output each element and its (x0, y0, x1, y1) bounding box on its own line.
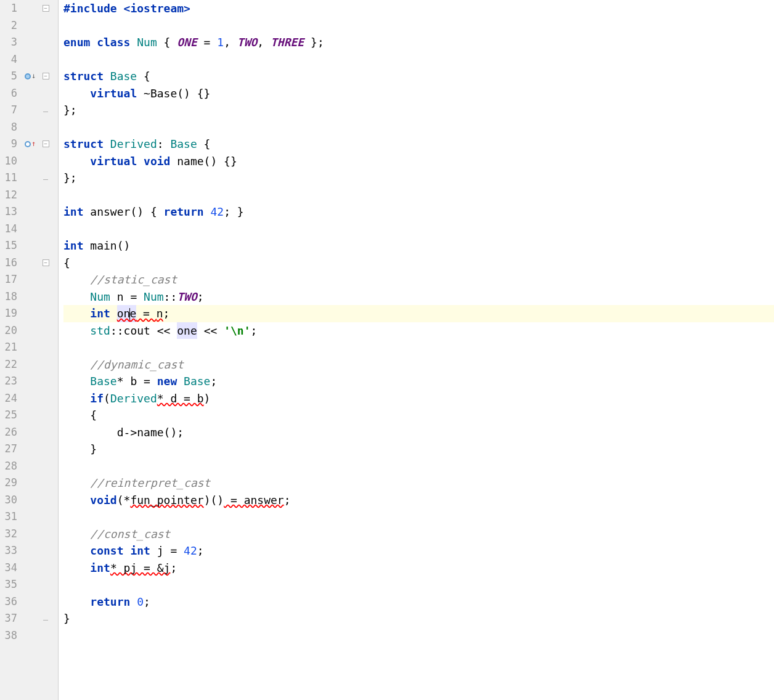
kw-void: void (144, 153, 177, 170)
gutter-line: 31 (0, 508, 58, 526)
overridden-icon[interactable]: ↑ (25, 136, 36, 153)
text: ; (251, 322, 258, 340)
line-number: 13 (0, 203, 21, 221)
fold-end-icon[interactable] (43, 108, 48, 112)
gutter-line: 3 (0, 34, 58, 51)
gutter-line: 7 (0, 102, 58, 119)
gutter-line: 13 (0, 203, 58, 221)
line-number: 25 (0, 407, 21, 424)
error-underline: fun_pointer (130, 492, 203, 509)
line-number: 38 (0, 627, 21, 645)
text: : (157, 136, 171, 153)
line-number: 3 (0, 34, 21, 51)
indent (63, 560, 90, 577)
line-number: 9 (0, 136, 21, 153)
fold-collapse-icon[interactable]: − (43, 5, 49, 12)
fold-area: − (39, 5, 52, 12)
kw-new: new (157, 373, 184, 390)
indent (63, 492, 90, 509)
kw-struct: struct (63, 136, 110, 153)
gutter-line: 18 (0, 288, 58, 306)
text: = (197, 34, 218, 51)
gutter-line: 35 (0, 576, 58, 593)
fold-area: − (39, 140, 52, 147)
gutter-line: 33 (0, 542, 58, 560)
gutter: 1−2345↓−6789↑−10111213141516−17181920212… (0, 0, 59, 700)
line-number: 7 (0, 102, 21, 119)
text: ; (284, 492, 291, 509)
type-base: Base (90, 373, 116, 390)
text: j = (157, 542, 184, 560)
gutter-line: 28 (0, 458, 58, 475)
code-editor: 1−2345↓−6789↑−10111213141516−17181920212… (0, 0, 774, 700)
gutter-line: 4 (0, 51, 58, 68)
var-one-usage: one (177, 322, 197, 340)
fold-collapse-icon[interactable]: − (43, 73, 49, 79)
line-number: 17 (0, 271, 21, 288)
text: } (90, 441, 97, 458)
gutter-line: 11 (0, 169, 58, 187)
line-number: 24 (0, 390, 21, 407)
line-number: 8 (0, 119, 21, 136)
kw-void: void (90, 492, 116, 509)
intention-bulb-icon[interactable] (73, 291, 82, 302)
literal: 42 (210, 203, 224, 221)
indent (63, 526, 90, 543)
text: :: (110, 322, 124, 340)
line-number: 36 (0, 593, 21, 611)
line-number: 35 (0, 576, 21, 593)
kw-enum: enum class (63, 34, 137, 51)
enum-three: THREE (271, 34, 304, 51)
var-one-error: one (117, 305, 137, 322)
gutter-line: 27 (0, 441, 58, 458)
gutter-line: 23 (0, 373, 58, 390)
fold-collapse-icon[interactable]: − (43, 140, 49, 147)
indent (63, 322, 90, 340)
gutter-line: 34 (0, 560, 58, 577)
gutter-line: 21 (0, 339, 58, 356)
kw-const-int: const int (90, 542, 157, 560)
kw-if: if (90, 390, 104, 407)
error-underline: = (136, 305, 157, 322)
kw-int: int (63, 237, 90, 254)
text: :: (164, 288, 177, 306)
code-area[interactable]: #include <iostream> enum class Num { ONE… (59, 0, 774, 700)
gutter-line: 25 (0, 407, 58, 424)
gutter-line: 29 (0, 474, 58, 492)
gutter-line: 30 (0, 492, 58, 509)
type-num: Num (137, 34, 157, 51)
literal: 1 (217, 34, 224, 51)
enum-two: TWO (177, 288, 197, 306)
indent (63, 542, 90, 560)
type-base: Base (184, 373, 210, 390)
fold-end-icon[interactable] (43, 617, 48, 621)
gutter-line: 36 (0, 593, 58, 611)
fold-end-icon[interactable] (43, 176, 48, 180)
line-number: 28 (0, 458, 21, 475)
indent (63, 271, 90, 288)
line-number: 29 (0, 474, 21, 492)
overrides-icon[interactable]: ↓ (25, 68, 36, 85)
line-number: 26 (0, 424, 21, 441)
line-number: 27 (0, 441, 21, 458)
method-name: name() {} (177, 153, 237, 170)
kw-struct: struct (63, 68, 110, 85)
text: ; } (224, 203, 244, 221)
fold-collapse-icon[interactable]: − (43, 259, 49, 266)
preprocessor: #include (63, 0, 124, 17)
line-number: 21 (0, 339, 21, 356)
text: n = (110, 288, 144, 306)
text: ; (197, 542, 204, 560)
kw-int: int (63, 203, 90, 221)
text: { (63, 254, 70, 272)
indent (63, 593, 90, 611)
text: { (197, 136, 211, 153)
indent (63, 407, 90, 424)
current-line[interactable]: int one = n; (63, 305, 774, 322)
kw-return: return (90, 593, 137, 611)
line-number: 10 (0, 153, 21, 170)
gutter-line: 38 (0, 627, 58, 645)
text: { (137, 68, 150, 85)
text: d->name(); (117, 424, 184, 441)
comment: //reinterpret_cast (90, 474, 210, 492)
